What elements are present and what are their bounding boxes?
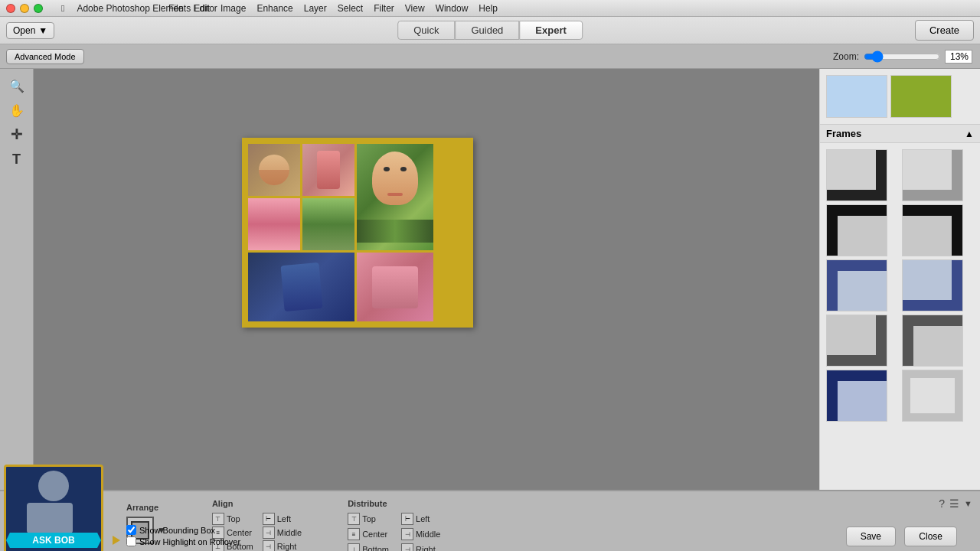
menu-window[interactable]: Window (436, 3, 469, 14)
align-middle-label: Middle (277, 528, 302, 537)
distribute-cols: ⊤ Top ≡ Center ⊥ Bottom ⊢ Left (348, 513, 440, 551)
menu-enhance[interactable]: Enhance (256, 3, 292, 14)
move-tool[interactable]: ✛ (6, 124, 28, 145)
close-button[interactable]: Close (904, 527, 957, 546)
align-middle-icon: ⊣ (263, 527, 275, 539)
minimize-button[interactable] (20, 4, 29, 13)
photo-cell-5[interactable] (302, 198, 354, 250)
apple-menu[interactable]:  (61, 3, 64, 14)
dist-bottom-label: Bottom (362, 545, 389, 551)
photo-cell-wide-right[interactable] (357, 253, 433, 321)
align-top-btn[interactable]: ⊤ Top (212, 513, 253, 525)
close-button[interactable] (6, 4, 15, 13)
frame-7[interactable] (826, 315, 887, 367)
dist-right-btn[interactable]: ⊣ Right (401, 543, 440, 551)
dist-top-label: Top (362, 514, 376, 523)
secondary-toolbar: Advanced Mode Zoom: 13% (0, 44, 980, 69)
distribute-col-1: ⊤ Top ≡ Center ⊥ Bottom (348, 513, 389, 551)
create-button[interactable]: Create (915, 20, 974, 41)
frames-collapse-icon[interactable]: ▲ (965, 129, 974, 139)
frame-2[interactable] (902, 149, 963, 201)
dist-right-label: Right (416, 545, 436, 551)
menu-select[interactable]: Select (338, 3, 363, 14)
align-right-btn[interactable]: ⊣ Right (263, 540, 302, 551)
window-controls[interactable] (6, 4, 43, 13)
hand-tool[interactable]: ✋ (6, 99, 28, 121)
maximize-button[interactable] (34, 4, 43, 13)
save-button[interactable]: Save (846, 527, 896, 546)
menu-image[interactable]: Image (220, 3, 246, 14)
left-toolbar: 🔍 ✋ ✛ T (0, 69, 34, 490)
bounding-box-checkbox[interactable] (126, 525, 136, 535)
mode-tabs: Quick Guided Expert (397, 21, 583, 40)
right-panel: Frames ▲ (819, 69, 980, 490)
menu-help[interactable]: Help (479, 3, 498, 14)
frames-label: Frames (826, 128, 861, 139)
open-button[interactable]: Open ▼ (6, 22, 54, 39)
highlight-rollover-label: Show Highlight on Rollover (139, 537, 240, 546)
photo-cell-large[interactable] (357, 144, 433, 250)
menu-layer[interactable]: Layer (304, 3, 327, 14)
menu-edit[interactable]: Edit (194, 3, 210, 14)
frames-grid (820, 143, 980, 428)
align-left-btn[interactable]: ⊢ Left (263, 513, 302, 525)
dist-left-label: Left (416, 514, 430, 523)
tab-guided[interactable]: Guided (455, 21, 519, 40)
dist-center-label: Center (362, 530, 387, 539)
title-bar:  Adobe Photoshop Elements Editor File E… (0, 0, 980, 17)
ask-bob-label: ASK BOB (6, 533, 101, 548)
menu-filter[interactable]: Filter (374, 3, 394, 14)
dist-left-icon: ⊢ (401, 513, 413, 525)
ask-bob-widget[interactable]: ASK BOB (4, 465, 119, 551)
photo-cell-2[interactable] (302, 144, 354, 196)
frame-10[interactable] (902, 370, 963, 422)
align-middle-btn[interactable]: ⊣ Middle (263, 527, 302, 539)
photo-cell-4[interactable] (248, 198, 300, 250)
dist-left-btn[interactable]: ⊢ Left (401, 513, 440, 525)
advanced-mode-button[interactable]: Advanced Mode (6, 49, 84, 64)
expand-icon[interactable]: ▼ (964, 499, 972, 508)
frames-header: Frames ▲ (820, 124, 980, 143)
arrange-label: Arrange (126, 503, 166, 512)
dist-right-icon: ⊣ (401, 543, 413, 551)
photo-cell-wide-left[interactable] (248, 253, 354, 321)
frame-5[interactable] (826, 259, 887, 311)
dist-top-btn[interactable]: ⊤ Top (348, 513, 389, 525)
dist-middle-btn[interactable]: ⊣ Middle (401, 528, 440, 540)
tab-expert[interactable]: Expert (519, 21, 582, 40)
zoom-slider[interactable] (864, 51, 940, 63)
frame-8[interactable] (902, 315, 963, 367)
bounding-box-label: Show Bounding Box (139, 526, 215, 535)
tab-quick[interactable]: Quick (397, 21, 455, 40)
photo-cell-1[interactable] (248, 144, 300, 196)
align-right-icon: ⊣ (263, 540, 275, 551)
menu-view[interactable]: View (405, 3, 425, 14)
canvas-area (34, 69, 819, 490)
frame-6[interactable] (902, 259, 963, 311)
top-toolbar: Open ▼ Quick Guided Expert Create (0, 17, 980, 44)
menu-file[interactable]: File (168, 3, 183, 14)
swatch-green[interactable] (890, 75, 952, 118)
frame-4[interactable] (902, 204, 963, 256)
list-icon[interactable]: ☰ (949, 497, 959, 510)
dist-bottom-icon: ⊥ (348, 543, 360, 551)
dist-middle-icon: ⊣ (401, 528, 413, 540)
highlight-rollover-checkbox-row: Show Highlight on Rollover (126, 536, 240, 546)
open-dropdown-icon[interactable]: ▼ (38, 25, 47, 36)
swatch-blue[interactable] (826, 75, 887, 118)
text-tool[interactable]: T (6, 148, 28, 170)
highlight-rollover-checkbox[interactable] (126, 536, 136, 546)
photo-collage[interactable] (242, 138, 473, 328)
frame-9[interactable] (826, 370, 887, 422)
dist-middle-label: Middle (416, 530, 440, 539)
bottom-toolbar: ASK BOB Arrange ▼ Align ⊤ Top ⊢ (0, 491, 980, 551)
collage-grid (248, 144, 467, 321)
dist-bottom-btn[interactable]: ⊥ Bottom (348, 543, 389, 551)
bottom-panel: ASK BOB Arrange ▼ Align ⊤ Top ⊢ (0, 490, 980, 551)
search-tool[interactable]: 🔍 (6, 75, 28, 96)
dist-center-btn[interactable]: ≡ Center (348, 528, 389, 540)
frame-1[interactable] (826, 149, 887, 201)
align-top-label: Top (227, 514, 240, 523)
help-icon[interactable]: ? (939, 497, 945, 510)
frame-3[interactable] (826, 204, 887, 256)
